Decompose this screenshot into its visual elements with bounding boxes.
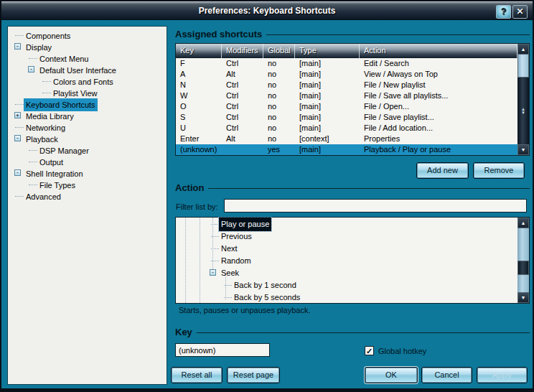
key-header: Key [175, 327, 530, 337]
reset-all-button[interactable]: Reset all [171, 367, 222, 383]
action-item-back-by-5-seconds[interactable]: Back by 5 seconds [176, 291, 529, 303]
column-header-global[interactable]: Global [263, 44, 295, 58]
key-title: Key [175, 327, 192, 337]
cell-type: [main] [295, 69, 360, 80]
collapse-icon[interactable]: - [14, 135, 21, 141]
collapse-icon[interactable]: - [28, 66, 34, 73]
filter-list-label: Filter list by: [176, 202, 218, 211]
key-input[interactable] [175, 343, 270, 357]
sidebar-item-label: Advanced [24, 190, 63, 203]
preferences-dialog: Preferences: Keyboard Shortcuts ? ✕ Comp… [0, 0, 534, 392]
action-item-play-or-pause[interactable]: Play or pause [176, 218, 529, 230]
scroll-down-icon[interactable]: ▼ [517, 144, 529, 155]
column-header-action[interactable]: Action [360, 44, 517, 58]
tree-branch-line [29, 162, 37, 162]
cell-type: [main] [295, 80, 360, 90]
sidebar-item-file-types[interactable]: File Types [8, 179, 167, 190]
cell-key: A [176, 69, 222, 80]
shortcut-row[interactable]: WCtrlno[main]File / Save all playlists..… [176, 90, 517, 101]
sidebar-item-shell-integration[interactable]: -Shell Integration [8, 167, 167, 179]
remove-button[interactable]: Remove [473, 162, 525, 179]
sidebar-item-default-user-interface[interactable]: -Default User Interface [8, 64, 167, 75]
cell-global: no [263, 69, 295, 80]
cell-type: [main] [295, 112, 360, 123]
cell-global: yes [263, 144, 295, 155]
divider [197, 332, 530, 333]
sidebar-item-context-menu[interactable]: Context Menu [8, 52, 167, 64]
action-item-next[interactable]: Next [176, 242, 529, 254]
scrollbar-track[interactable] [517, 228, 529, 292]
action-scrollbar[interactable]: ▲ ▼ [517, 218, 529, 303]
expand-icon[interactable]: + [14, 112, 21, 118]
sidebar-item-playlist-view[interactable]: Playlist View [8, 87, 167, 98]
action-item-previous[interactable]: Previous [176, 230, 529, 242]
preferences-tree: Components-DisplayContext Menu-Default U… [7, 26, 167, 385]
shortcut-row[interactable]: UCtrlno[main]File / Add location... [176, 123, 517, 134]
tree-branch-line [15, 35, 24, 36]
tree-branch-line [29, 58, 37, 59]
cell-modifiers: Ctrl [222, 112, 263, 123]
scrollbar-track[interactable]: ▲ ▼ [517, 78, 529, 144]
action-item-label: Back by 5 seconds [232, 291, 302, 304]
add-new-button[interactable]: Add new [416, 162, 469, 179]
shortcut-row[interactable]: AAltno[main]View / Always on Top [176, 69, 517, 80]
sidebar-item-output[interactable]: Output [8, 156, 167, 167]
action-item-back-by-1-second[interactable]: Back by 1 second [176, 279, 529, 291]
scrollbar-thumb[interactable] [517, 261, 529, 275]
filter-input[interactable] [224, 199, 527, 213]
cancel-button[interactable]: Cancel [421, 367, 472, 383]
collapse-icon[interactable]: - [14, 169, 21, 176]
shortcut-row[interactable]: OCtrlno[main]File / Open... [176, 101, 517, 112]
shortcut-row[interactable]: EnterAltno[context]Properties [176, 134, 517, 144]
shortcuts-scrollbar[interactable]: ▲ ▲ ▼ ▼ [517, 44, 529, 155]
ok-button[interactable]: OK [365, 367, 418, 383]
sidebar-item-media-library[interactable]: +Media Library [8, 110, 167, 121]
tree-branch-line [42, 81, 51, 82]
sidebar-item-advanced[interactable]: Advanced [8, 190, 167, 202]
scroll-up-icon[interactable]: ▲ [517, 218, 529, 228]
column-header-type[interactable]: Type [295, 44, 360, 58]
cell-modifiers: Alt [222, 134, 263, 144]
scroll-down-icon[interactable]: ▼ [517, 292, 529, 303]
shortcut-row[interactable]: FCtrlno[main]Edit / Search [176, 58, 517, 69]
column-header-key[interactable]: Key [176, 44, 222, 58]
shortcut-row[interactable]: (unknown)yes[main]Playback / Play or pau… [176, 144, 517, 155]
action-item-seek[interactable]: -Seek [176, 266, 529, 279]
cell-key: S [176, 112, 222, 123]
reset-page-button[interactable]: Reset page [227, 367, 280, 383]
cell-modifiers: Ctrl [222, 80, 263, 90]
tree-branch-line [29, 185, 37, 185]
action-item-random[interactable]: Random [176, 254, 529, 266]
close-icon[interactable]: ✕ [512, 5, 528, 19]
global-hotkey-option[interactable]: Global hotkey [365, 346, 426, 355]
column-header-modifiers[interactable]: Modifiers [222, 44, 263, 58]
cell-key: N [176, 80, 222, 90]
tree-branch-line [211, 224, 219, 225]
cell-global: no [263, 101, 295, 112]
action-description: Starts, pauses or unpauses playback. [179, 306, 310, 314]
action-title: Action [175, 182, 204, 193]
sidebar-item-networking[interactable]: Networking [8, 121, 167, 133]
shortcut-row[interactable]: SCtrlno[main]File / Save playlist... [176, 112, 517, 123]
collapse-icon[interactable]: - [14, 43, 21, 50]
cell-type: [main] [295, 123, 360, 134]
help-icon[interactable]: ? [496, 5, 511, 19]
cell-action: View / Always on Top [360, 69, 517, 80]
scroll-up-icon[interactable]: ▲ [517, 44, 529, 55]
tree-branch-line [15, 127, 24, 128]
sidebar-item-colors-and-fonts[interactable]: Colors and Fonts [8, 75, 167, 87]
sidebar-item-dsp-manager[interactable]: DSP Manager [8, 144, 167, 156]
cell-global: no [263, 123, 295, 134]
cell-key: O [176, 101, 222, 112]
cell-modifiers: Ctrl [222, 123, 263, 134]
sidebar-item-display[interactable]: -Display [8, 41, 167, 52]
collapse-icon[interactable]: - [210, 269, 216, 276]
cell-modifiers: Ctrl [222, 58, 263, 69]
sidebar-item-keyboard-shortcuts[interactable]: Keyboard Shortcuts [8, 98, 167, 110]
global-hotkey-checkbox[interactable] [365, 346, 374, 355]
scrollbar-thumb[interactable] [517, 55, 529, 78]
shortcut-row[interactable]: NCtrlno[main]File / New playlist [176, 80, 517, 90]
sidebar-item-components[interactable]: Components [8, 29, 167, 41]
sidebar-item-playback[interactable]: -Playback [8, 133, 167, 144]
apply-button[interactable]: Apply [477, 367, 528, 383]
